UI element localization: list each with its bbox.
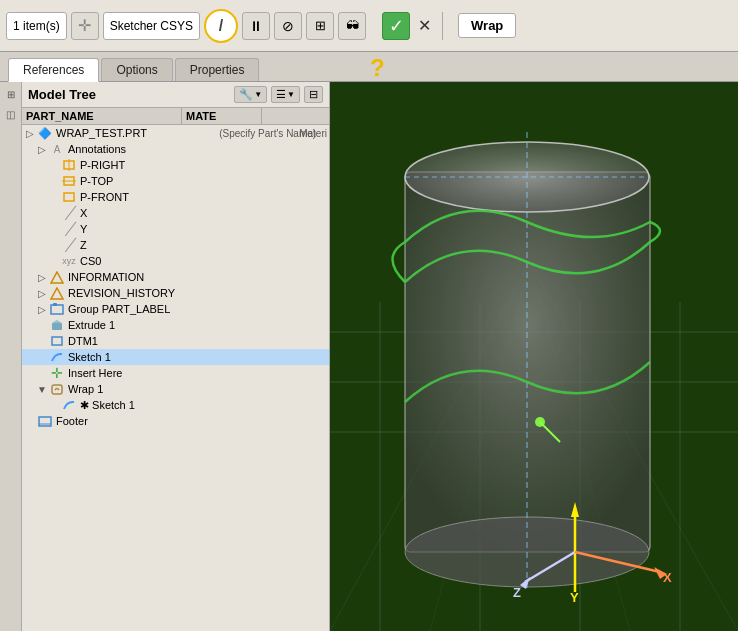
info-icon — [48, 270, 66, 284]
tree-row-group-part[interactable]: ▷ Group PART_LABEL — [22, 301, 329, 317]
insert-icon: ✛ — [48, 366, 66, 380]
tree-row-x-axis[interactable]: ╱ X — [22, 205, 329, 221]
plane-front-icon — [60, 190, 78, 204]
label-revision: REVISION_HISTORY — [68, 287, 175, 299]
left-panel: ⊞ ◫ Model Tree 🔧 ▼ ☰ ▼ ⊟ — [0, 82, 330, 631]
view-btn[interactable]: 🕶 — [338, 12, 366, 40]
label-y: Y — [80, 223, 87, 235]
filter-icon: ⊟ — [309, 88, 318, 101]
cancel-btn[interactable]: ✕ — [414, 16, 435, 35]
toolbar-separator — [442, 12, 443, 40]
expand-wrap-test[interactable]: ▷ — [24, 128, 36, 139]
wrap-icon — [48, 382, 66, 396]
list-icon: ☰ — [276, 88, 286, 101]
no-btn[interactable]: ⊘ — [274, 12, 302, 40]
svg-text:Z: Z — [513, 585, 521, 600]
tree-row-wrap1[interactable]: ▼ Wrap 1 — [22, 381, 329, 397]
top-toolbar: 1 item(s) ✛ Sketcher CSYS / ⏸ ⊘ ⊞ 🕶 ✓ ✕ … — [0, 0, 738, 52]
tree-row-dtm1[interactable]: DTM1 — [22, 333, 329, 349]
label-z: Z — [80, 239, 87, 251]
svg-rect-7 — [51, 305, 63, 314]
extrude-icon — [48, 318, 66, 332]
label-footer: Footer — [56, 415, 88, 427]
label-sketch1: Sketch 1 — [68, 351, 111, 363]
tree-row-wrap-test[interactable]: ▷ 🔷 WRAP_TEST.PRT (Specify Part's Name) … — [22, 125, 329, 141]
left-inner: ⊞ ◫ Model Tree 🔧 ▼ ☰ ▼ ⊟ — [0, 82, 329, 631]
hammer-icon: 🔧 — [239, 88, 253, 101]
col-part-name: PART_NAME — [22, 108, 182, 124]
tab-options[interactable]: Options — [101, 58, 172, 81]
move-icon-btn[interactable]: ✛ — [71, 12, 99, 40]
tree-content: ▷ 🔷 WRAP_TEST.PRT (Specify Part's Name) … — [22, 125, 329, 631]
slash-btn[interactable]: / — [204, 9, 238, 43]
tree-row-p-front[interactable]: P-FRONT — [22, 189, 329, 205]
confirm-btn[interactable]: ✓ — [382, 12, 410, 40]
grid-btn[interactable]: ⊞ — [306, 12, 334, 40]
tree-row-annotations[interactable]: ▷ A Annotations — [22, 141, 329, 157]
plane-top-icon — [60, 174, 78, 188]
label-p-right: P-RIGHT — [80, 159, 125, 171]
expand-wrap1[interactable]: ▼ — [36, 384, 48, 395]
grid-side-icon[interactable]: ⊞ — [3, 86, 19, 102]
tree-row-insert-here[interactable]: ✛ Insert Here — [22, 365, 329, 381]
group-icon — [48, 302, 66, 316]
label-p-top: P-TOP — [80, 175, 113, 187]
panel-icon-2[interactable]: ◫ — [3, 106, 19, 122]
svg-text:X: X — [663, 570, 672, 585]
tree-row-extrude1[interactable]: Extrude 1 — [22, 317, 329, 333]
label-x: X — [80, 207, 87, 219]
tree-tool-btn-3[interactable]: ⊟ — [304, 86, 323, 103]
svg-text:Y: Y — [570, 590, 579, 605]
tree-row-p-right[interactable]: P-RIGHT — [22, 157, 329, 173]
sketch1b-icon — [60, 398, 78, 412]
tree-row-z-axis[interactable]: ╱ Z — [22, 237, 329, 253]
expand-information[interactable]: ▷ — [36, 272, 48, 283]
tree-row-revision[interactable]: ▷ REVISION_HISTORY — [22, 285, 329, 301]
tree-row-p-top[interactable]: P-TOP — [22, 173, 329, 189]
tree-row-cs0[interactable]: xyz CS0 — [22, 253, 329, 269]
dropdown-arrow-1: ▼ — [254, 90, 262, 99]
grid-icon: ⊞ — [315, 18, 326, 33]
plane-right-icon — [60, 158, 78, 172]
tree-tool-btn-1[interactable]: 🔧 ▼ — [234, 86, 267, 103]
main-layout: ⊞ ◫ Model Tree 🔧 ▼ ☰ ▼ ⊟ — [0, 82, 738, 631]
model-tree-title: Model Tree — [28, 87, 230, 102]
svg-rect-9 — [52, 323, 62, 330]
tree-tool-btn-2[interactable]: ☰ ▼ — [271, 86, 300, 103]
expand-revision[interactable]: ▷ — [36, 288, 48, 299]
table-header: PART_NAME MATE — [22, 108, 329, 125]
axis-z-icon: ╱ — [60, 238, 78, 252]
expand-group[interactable]: ▷ — [36, 304, 48, 315]
svg-rect-8 — [53, 303, 57, 306]
tree-row-y-axis[interactable]: ╱ Y — [22, 221, 329, 237]
question-bubble: ? — [370, 54, 385, 82]
tab-properties[interactable]: Properties — [175, 58, 260, 81]
expand-annotations[interactable]: ▷ — [36, 144, 48, 155]
label-wrap1: Wrap 1 — [68, 383, 103, 395]
item-count-box: 1 item(s) — [6, 12, 67, 40]
axis-y-icon: ╱ — [60, 222, 78, 236]
svg-rect-12 — [52, 385, 62, 394]
pause-btn[interactable]: ⏸ — [242, 12, 270, 40]
svg-marker-4 — [64, 193, 74, 201]
sketcher-csys-box: Sketcher CSYS — [103, 12, 200, 40]
label-extrude1: Extrude 1 — [68, 319, 115, 331]
tab-references[interactable]: References — [8, 58, 99, 82]
item-count-label: 1 item(s) — [13, 19, 60, 33]
label-insert-here: Insert Here — [68, 367, 122, 379]
no-icon: ⊘ — [282, 18, 294, 34]
tree-row-sketch1[interactable]: Sketch 1 — [22, 349, 329, 365]
tree-row-information[interactable]: ▷ INFORMATION — [22, 269, 329, 285]
label-group-part: Group PART_LABEL — [68, 303, 170, 315]
viewport[interactable]: Y Z X — [330, 82, 738, 631]
datum-icon — [48, 334, 66, 348]
label-information: INFORMATION — [68, 271, 144, 283]
label-wrap-test: WRAP_TEST.PRT — [56, 127, 219, 139]
col-extra — [262, 108, 329, 124]
svg-marker-5 — [51, 272, 63, 283]
axis-x-icon: ╱ — [60, 206, 78, 220]
tree-row-footer[interactable]: Footer — [22, 413, 329, 429]
tree-row-sketch1b[interactable]: ✱ Sketch 1 — [22, 397, 329, 413]
sketcher-csys-label: Sketcher CSYS — [110, 19, 193, 33]
svg-marker-10 — [52, 320, 62, 323]
